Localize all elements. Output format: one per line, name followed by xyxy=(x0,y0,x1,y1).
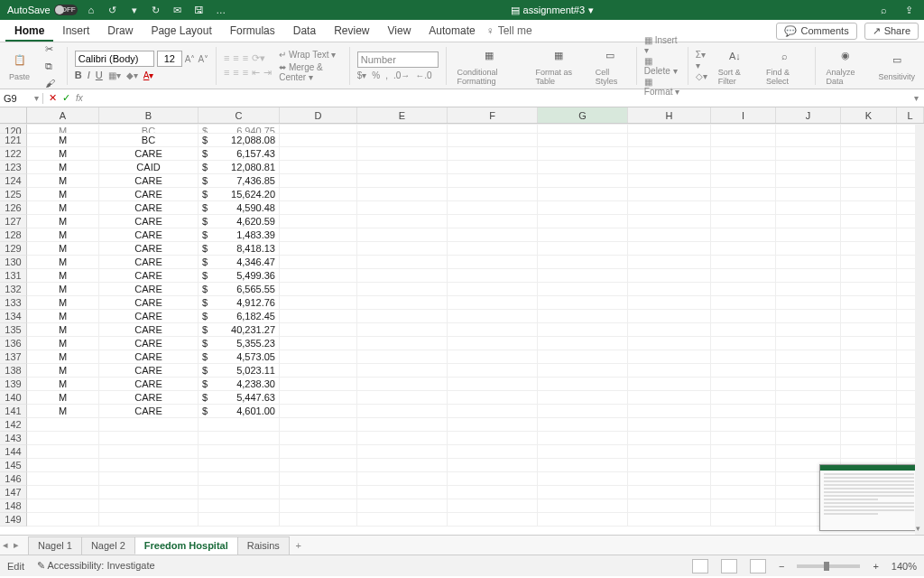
cell[interactable] xyxy=(628,161,711,174)
cell[interactable] xyxy=(538,418,628,432)
cell[interactable] xyxy=(776,283,841,296)
cell[interactable] xyxy=(538,134,628,147)
cell[interactable] xyxy=(448,147,538,161)
cell[interactable]: $6,940.75 xyxy=(199,124,280,134)
row-header[interactable]: 148 xyxy=(0,499,27,513)
cut-icon[interactable]: ✂ xyxy=(41,42,60,57)
cell[interactable] xyxy=(711,391,776,405)
cell[interactable] xyxy=(357,499,448,513)
cell[interactable] xyxy=(776,364,841,378)
cell[interactable]: M xyxy=(27,124,99,134)
cell[interactable] xyxy=(199,459,280,472)
row-header[interactable]: 149 xyxy=(0,513,27,527)
cell[interactable] xyxy=(538,472,628,486)
cell[interactable] xyxy=(27,418,99,432)
cell[interactable]: M xyxy=(27,337,99,350)
cell[interactable] xyxy=(711,432,776,445)
cell[interactable]: $12,088.08 xyxy=(199,134,280,147)
cell[interactable] xyxy=(448,405,538,418)
format-as-table[interactable]: ▦Format as Table xyxy=(531,46,584,86)
cell[interactable] xyxy=(99,418,199,432)
fill-icon[interactable]: ▾ xyxy=(696,61,707,70)
cell[interactable] xyxy=(628,391,711,405)
cell[interactable] xyxy=(841,124,897,134)
cell[interactable] xyxy=(357,513,448,527)
row-header[interactable]: 126 xyxy=(0,201,27,215)
cell[interactable] xyxy=(711,405,776,418)
cell[interactable] xyxy=(776,242,841,256)
cell[interactable] xyxy=(448,378,538,391)
cell[interactable] xyxy=(841,391,897,405)
floating-preview-window[interactable] xyxy=(819,464,919,531)
cell[interactable]: CARE xyxy=(99,215,199,228)
cell[interactable] xyxy=(711,499,776,513)
cell[interactable] xyxy=(99,445,199,459)
cell[interactable] xyxy=(357,350,448,364)
cell[interactable] xyxy=(280,378,357,391)
tab-formulas[interactable]: Formulas xyxy=(221,21,284,42)
row-header[interactable]: 137 xyxy=(0,350,27,364)
autosave-toggle[interactable]: AutoSave OFF xyxy=(7,5,78,15)
cell[interactable] xyxy=(776,174,841,188)
row-header[interactable]: 122 xyxy=(0,147,27,161)
spreadsheet-grid[interactable]: ABCDEFGHIJKL 120MBC$6,940.75121MBC$12,08… xyxy=(0,107,924,536)
cell[interactable] xyxy=(841,228,897,242)
align-left-icon[interactable]: ≡ xyxy=(224,67,229,79)
cell[interactable] xyxy=(628,174,711,188)
cell[interactable] xyxy=(711,350,776,364)
row-header[interactable]: 143 xyxy=(0,432,27,445)
comments-button[interactable]: 💬Comments xyxy=(776,23,856,40)
bold-button[interactable]: B xyxy=(75,70,82,80)
row-header[interactable]: 123 xyxy=(0,161,27,174)
cell[interactable] xyxy=(199,432,280,445)
column-header-B[interactable]: B xyxy=(99,107,199,123)
delete-cells-button[interactable]: ▦ Delete ▾ xyxy=(644,56,680,76)
row-header[interactable]: 147 xyxy=(0,486,27,499)
cell[interactable] xyxy=(448,364,538,378)
cell[interactable] xyxy=(448,242,538,256)
cell[interactable]: M xyxy=(27,391,99,405)
cell[interactable] xyxy=(27,432,99,445)
cell[interactable] xyxy=(448,445,538,459)
column-header-F[interactable]: F xyxy=(448,107,538,123)
cell[interactable] xyxy=(280,161,357,174)
cell[interactable] xyxy=(538,242,628,256)
cell[interactable] xyxy=(628,242,711,256)
cell[interactable]: $4,346.47 xyxy=(199,256,280,269)
cell[interactable] xyxy=(280,228,357,242)
cell[interactable] xyxy=(711,459,776,472)
cell[interactable] xyxy=(357,418,448,432)
inc-decimal-icon[interactable]: .0→ xyxy=(393,70,410,80)
cell[interactable] xyxy=(357,283,448,296)
cell[interactable] xyxy=(628,405,711,418)
cell[interactable] xyxy=(199,486,280,499)
cell[interactable] xyxy=(628,323,711,337)
cell[interactable] xyxy=(199,445,280,459)
cell[interactable]: M xyxy=(27,215,99,228)
cell[interactable] xyxy=(776,161,841,174)
fx-icon[interactable]: fx xyxy=(76,93,83,103)
align-right-icon[interactable]: ≡ xyxy=(243,67,248,79)
format-painter-icon[interactable]: 🖌 xyxy=(41,76,60,90)
cell[interactable] xyxy=(448,472,538,486)
cell[interactable]: BC xyxy=(99,124,199,134)
cell[interactable] xyxy=(628,310,711,323)
cell[interactable] xyxy=(280,283,357,296)
cell[interactable] xyxy=(27,513,99,527)
zoom-level[interactable]: 140% xyxy=(892,561,917,572)
save-icon[interactable]: 🖫 xyxy=(191,5,208,15)
row-header[interactable]: 124 xyxy=(0,174,27,188)
cell[interactable] xyxy=(538,513,628,527)
row-header[interactable]: 138 xyxy=(0,364,27,378)
cell[interactable]: $4,590.48 xyxy=(199,201,280,215)
cell[interactable] xyxy=(280,124,357,134)
cell[interactable]: CARE xyxy=(99,364,199,378)
cell[interactable] xyxy=(538,445,628,459)
cell[interactable] xyxy=(99,472,199,486)
cell[interactable] xyxy=(280,201,357,215)
cell[interactable] xyxy=(99,459,199,472)
select-all-corner[interactable] xyxy=(0,107,27,123)
cell[interactable] xyxy=(280,486,357,499)
font-name-select[interactable] xyxy=(75,51,154,67)
cell[interactable] xyxy=(841,242,897,256)
